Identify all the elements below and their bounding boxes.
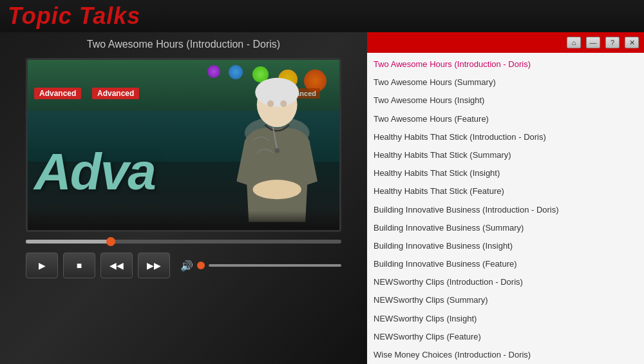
playlist-item[interactable]: Building Innovative Business (Introducti… — [367, 201, 644, 219]
stop-button[interactable]: ■ — [63, 253, 95, 278]
playlist-item[interactable]: Two Awesome Hours (Feature) — [367, 110, 644, 128]
volume-area: 🔊 — [180, 260, 341, 272]
close-button[interactable]: ✕ — [625, 37, 639, 48]
title-bar: Topic Talks — [0, 0, 644, 32]
playlist-item[interactable]: Healthy Habits That Stick (Insight) — [367, 164, 644, 182]
playlist-item[interactable]: NEWSworthy Clips (Insight) — [367, 310, 644, 328]
volume-icon: 🔊 — [180, 260, 193, 272]
progress-bar-fill — [26, 240, 111, 244]
home-button[interactable]: ⌂ — [567, 37, 581, 48]
volume-track[interactable] — [209, 264, 341, 267]
help-button[interactable]: ? — [605, 37, 620, 48]
progress-area — [26, 240, 341, 244]
playlist-list[interactable]: Two Awesome Hours (Introduction - Doris)… — [367, 53, 644, 364]
svg-point-4 — [280, 101, 287, 107]
playlist-item[interactable]: Building Innovative Business (Summary) — [367, 219, 644, 237]
svg-point-6 — [274, 148, 279, 153]
progress-handle[interactable] — [106, 237, 115, 246]
main-content: Two Awesome Hours (Introduction - Doris)… — [0, 32, 644, 364]
playlist-item[interactable]: Two Awesome Hours (Summary) — [367, 73, 644, 91]
video-container: Advanced Advanced Advanced Adva — [26, 58, 341, 232]
playlist-item[interactable]: NEWSworthy Clips (Summary) — [367, 291, 644, 309]
forward-button[interactable]: ▶▶ — [138, 253, 170, 278]
playlist-item[interactable]: Two Awesome Hours (Insight) — [367, 91, 644, 110]
svg-point-2 — [255, 78, 299, 107]
video-title: Two Awesome Hours (Introduction - Doris) — [13, 39, 354, 50]
controls-row: ▶ ■ ◀◀ ▶▶ 🔊 — [26, 253, 341, 278]
volume-dot — [197, 262, 205, 269]
person-figure — [121, 60, 341, 230]
progress-bar-track[interactable] — [26, 240, 341, 244]
playlist-item[interactable]: Building Innovative Business (Insight) — [367, 237, 644, 255]
svg-point-7 — [252, 180, 301, 199]
playlist-item[interactable]: NEWSworthy Clips (Feature) — [367, 328, 644, 346]
playlist-panel: ⌂ — ? ✕ Two Awesome Hours (Introduction … — [367, 32, 644, 364]
play-button[interactable]: ▶ — [26, 253, 58, 278]
minimize-button[interactable]: — — [586, 37, 600, 48]
video-panel: Two Awesome Hours (Introduction - Doris)… — [0, 32, 367, 364]
playlist-header: ⌂ — ? ✕ — [367, 32, 644, 53]
playlist-item[interactable]: Healthy Habits That Stick (Feature) — [367, 182, 644, 200]
playlist-item[interactable]: Healthy Habits That Stick (Introduction … — [367, 128, 644, 146]
playlist-item[interactable]: Two Awesome Hours (Introduction - Doris) — [367, 55, 644, 73]
svg-point-3 — [267, 101, 274, 107]
rewind-button[interactable]: ◀◀ — [100, 253, 133, 278]
playlist-item[interactable]: Healthy Habits That Stick (Summary) — [367, 146, 644, 164]
playlist-item[interactable]: NEWSworthy Clips (Introduction - Doris) — [367, 273, 644, 291]
video-thumbnail: Advanced Advanced Advanced Adva — [28, 60, 339, 230]
app-title: Topic Talks — [8, 3, 140, 30]
playlist-item[interactable]: Building Innovative Business (Feature) — [367, 255, 644, 273]
playlist-item[interactable]: Wise Money Choices (Introduction - Doris… — [367, 346, 644, 364]
